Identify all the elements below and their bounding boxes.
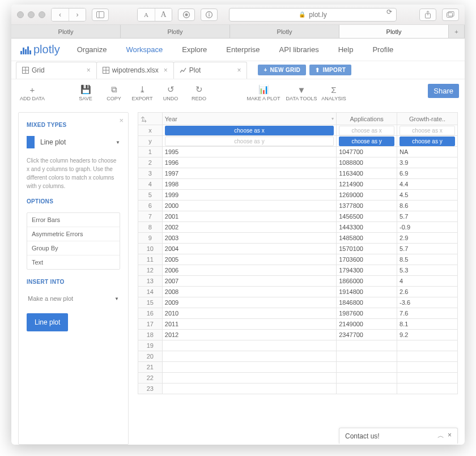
column-header[interactable]: Year▾ (162, 113, 336, 125)
browser-tab[interactable]: Plotly (230, 25, 339, 38)
close-icon[interactable]: × (87, 66, 91, 74)
table-row[interactable]: 17201121490008.1 (138, 319, 458, 330)
browser-tab[interactable]: Plotly (121, 25, 230, 38)
choose-as-y[interactable]: choose as y (339, 137, 394, 146)
share-system-button[interactable] (419, 8, 436, 21)
table-row[interactable]: 1520091846800-3.6 (138, 297, 458, 308)
table-row[interactable]: 2199610888003.9 (138, 157, 458, 168)
close-icon[interactable]: × (237, 66, 241, 74)
table-row[interactable]: 11200517036008.5 (138, 254, 458, 265)
insert-into-selector[interactable]: Make a new plot ▼ (27, 293, 120, 304)
table-row[interactable]: 6200013778008.6 (138, 201, 458, 211)
trace-type-selector[interactable]: Line plot▼ (27, 136, 120, 148)
table-row[interactable]: 12200617943005.3 (138, 265, 458, 276)
close-icon[interactable]: × (119, 116, 124, 125)
table-row[interactable]: 3199711634006.9 (138, 168, 458, 179)
contact-us-tab[interactable]: Contact us! ︿ × (339, 428, 458, 444)
table-row[interactable]: 4199812149004.4 (138, 179, 458, 190)
forward-button[interactable]: › (69, 8, 86, 21)
trace-type-label: Line plot (40, 138, 66, 146)
table-row[interactable]: 5199912690004.5 (138, 190, 458, 201)
save-button[interactable]: 💾SAVE (73, 84, 99, 101)
plotly-logo[interactable]: plotly (20, 43, 60, 56)
table-row[interactable]: 7200114565005.7 (138, 211, 458, 222)
back-button[interactable]: ‹ (52, 8, 69, 21)
option-error-bars[interactable]: Error Bars (27, 213, 120, 227)
line-plot-button[interactable]: Line plot (27, 313, 68, 331)
address-bar[interactable]: 🔒 plot.ly (229, 8, 397, 22)
close-dot[interactable] (17, 11, 24, 18)
table-row[interactable]: 16201019876007.6 (138, 308, 458, 319)
minimize-dot[interactable] (28, 11, 35, 18)
analysis-button[interactable]: ΣANALYSIS (321, 85, 347, 101)
reader-fontsize[interactable]: A A (137, 8, 172, 22)
import-button[interactable]: ⬆ IMPORT (309, 65, 351, 75)
table-row[interactable]: 10200415701005.7 (138, 244, 458, 254)
chevron-up-icon[interactable]: ︿ (437, 431, 444, 441)
table-row[interactable]: 23 (138, 383, 458, 394)
nav-profile[interactable]: Profile (372, 45, 393, 54)
copy-icon: ⧉ (111, 84, 117, 95)
zoom-dot[interactable] (39, 11, 45, 18)
nav-workspace[interactable]: Workspace (126, 45, 163, 54)
nav-back-forward[interactable]: ‹ › (51, 8, 86, 22)
table-row[interactable]: 18201223477009.2 (138, 330, 458, 340)
add-data-button[interactable]: +ADD DATA (19, 85, 45, 101)
new-tab-button[interactable]: + (449, 25, 465, 38)
tabs-overview-button[interactable] (442, 8, 459, 21)
sidebar-toggle[interactable] (92, 8, 109, 21)
option-asymmetric-errors[interactable]: Asymmetric Errors (27, 227, 120, 241)
table-row[interactable]: 13200718660004 (138, 276, 458, 287)
close-icon[interactable]: × (448, 431, 452, 441)
nav-explore[interactable]: Explore (182, 45, 207, 54)
table-row[interactable]: 119951047700NA (138, 147, 458, 157)
column-header[interactable]: Growth-rate.. (397, 113, 458, 125)
analysis-label: ANALYSIS (321, 96, 346, 101)
close-icon[interactable]: × (164, 66, 168, 74)
browser-tab[interactable]: Plotly (339, 25, 449, 38)
table-row[interactable]: 21 (138, 362, 458, 373)
make-plot-button[interactable]: 📊MAKE A PLOT (245, 84, 282, 101)
data-grid[interactable]: Year▾ApplicationsGrowth-rate..xchoose as… (138, 112, 458, 445)
worksheet-tab-plot[interactable]: Plot × (173, 62, 248, 79)
export-button[interactable]: ⤓EXPORT (129, 84, 155, 101)
nav-api-libraries[interactable]: API libraries (279, 45, 319, 54)
option-group-by[interactable]: Group By (27, 241, 120, 255)
share-button[interactable]: Share (428, 84, 459, 98)
worksheet-tab-file[interactable]: wipotrends.xlsx × (96, 62, 174, 79)
table-row[interactable]: 19 (138, 340, 458, 351)
choose-as-x[interactable]: choose as x (165, 126, 334, 135)
column-menu-icon[interactable]: ▾ (332, 116, 334, 121)
data-tools-button[interactable]: ▼DATA TOOLS (284, 85, 318, 101)
table-row[interactable]: 14200819148002.6 (138, 287, 458, 297)
browser-tab[interactable]: Plotly (11, 25, 121, 38)
choose-as-y[interactable]: choose as y (400, 137, 455, 146)
new-grid-button[interactable]: + NEW GRID (258, 65, 306, 75)
nav-enterprise[interactable]: Enterprise (226, 45, 260, 54)
table-row[interactable]: 9200314858002.9 (138, 233, 458, 244)
table-row[interactable]: 820021443300-0.9 (138, 222, 458, 233)
font-small-button[interactable]: A (138, 8, 155, 21)
redo-button[interactable]: ↻REDO (186, 84, 212, 101)
choose-as-y[interactable]: choose as y (165, 137, 334, 146)
worksheet-tab-row: Grid × wipotrends.xlsx × Plot × + NEW GR… (11, 61, 465, 79)
font-large-button[interactable]: A (155, 8, 172, 21)
undo-button[interactable]: ↺UNDO (158, 84, 184, 101)
reload-icon[interactable]: ⟳ (386, 8, 392, 16)
worksheet-tab-grid[interactable]: Grid × (16, 62, 97, 79)
contact-label: Contact us! (345, 432, 380, 440)
option-text[interactable]: Text (27, 255, 120, 269)
nav-help[interactable]: Help (338, 45, 354, 54)
window-traffic-lights[interactable] (17, 11, 45, 18)
reader-circle-button[interactable] (178, 8, 195, 21)
copy-button[interactable]: ⧉COPY (101, 84, 127, 101)
choose-as-x[interactable]: choose as x (339, 126, 394, 135)
table-row[interactable]: 20 (138, 351, 458, 362)
table-row[interactable]: 22 (138, 373, 458, 383)
nav-organize[interactable]: Organize (77, 45, 107, 54)
undo-label: UNDO (163, 96, 178, 101)
reader-info-button[interactable] (201, 8, 218, 21)
column-header[interactable]: Applications (337, 113, 397, 125)
grid-corner[interactable] (138, 113, 163, 125)
choose-as-x[interactable]: choose as x (400, 126, 455, 135)
